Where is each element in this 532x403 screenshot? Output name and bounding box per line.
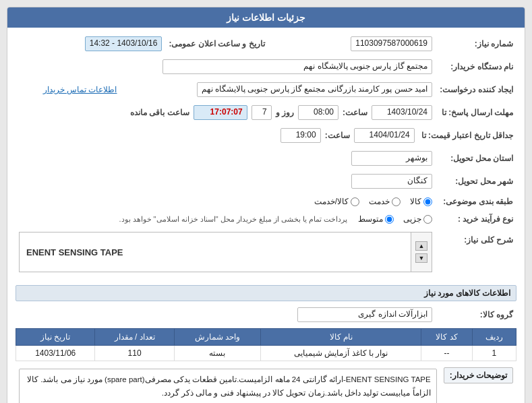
ostan-value: بوشهر <box>16 149 436 168</box>
ettelaat-kalaha-title: اطلاعات کالاهای مورد نیاز <box>16 285 516 301</box>
col-kod: کد کالا <box>421 329 472 346</box>
cell-kod: -- <box>421 346 472 361</box>
group-kala-value: ابزارآلات اندازه گیری <box>16 305 436 324</box>
radio-kala-input[interactable] <box>423 197 432 206</box>
jadaval-sahat-label-static: ساعت: <box>325 131 350 140</box>
mohlat-rooz-box: 7 <box>252 105 272 120</box>
info-table-3: ایجاد کننده درخواست: امید حسن پور کارمند… <box>16 80 516 99</box>
tape-arrows: ▲ ▼ <box>411 232 432 272</box>
shomara-niaz-box: 1103097587000619 <box>351 36 432 51</box>
sharh-koli-label: شرح کلی نیاز: <box>436 230 516 280</box>
mohlat-flex: 1403/10/24 ساعت: 08:00 روز و 7 17:07:07 … <box>19 105 432 120</box>
tarikh-label: تاریخ و ساعت اعلان عمومی: <box>165 34 278 53</box>
mohlat-sahat-box: 08:00 <box>298 105 338 120</box>
noe-farayand-flex: جزیی متوسط پرداخت تمام یا بخشی از مبلغ خ… <box>19 214 432 224</box>
tape-text: ENENT SENSING TAPE <box>20 232 411 272</box>
radio-motovaset-label: متوسط <box>358 214 383 224</box>
info-table-group: گروه کالا: ابزارآلات اندازه گیری <box>16 305 516 324</box>
col-tedad: تعداد / مقدار <box>95 329 174 346</box>
page-wrapper: جزئیات اطلاعات نیاز شماره نیاز: 11030975… <box>0 0 532 403</box>
tape-container: ▲ ▼ ENENT SENSING TAPE <box>19 232 432 272</box>
sharh-koli-box-cell: ▲ ▼ ENENT SENSING TAPE <box>16 230 436 280</box>
tabaqe-radios: کالا خدمت کالا/خدمت <box>16 195 436 208</box>
cell-radif: 1 <box>472 346 516 361</box>
radio-kala-khadamat-label: کالا/خدمت <box>314 197 349 206</box>
mohlat-ersal-label: مهلت ارسال پاسخ: تا <box>436 103 516 122</box>
radio-motovaset-input[interactable] <box>385 215 394 224</box>
info-table-8: طبقه بندی موضوعی: کالا خدمت <box>16 195 516 208</box>
info-table-7: شهر محل تحویل: کنگان <box>16 172 516 191</box>
radio-kala[interactable]: کالا <box>410 197 432 206</box>
col-tarikh: تاریخ نیاز <box>16 329 95 346</box>
group-kala-box: ابزارآلات اندازه گیری <box>297 307 432 322</box>
nam-dastgah-label: نام دستگاه خریدار: <box>436 57 516 76</box>
jadaval-date-box: 1404/01/24 <box>354 128 415 143</box>
info-table-9: نوع فرآیند خرید : جزیی متوسط <box>16 212 516 226</box>
shahr-value: کنگان <box>16 172 436 191</box>
cell-tedad: 110 <box>95 346 174 361</box>
main-card: جزئیات اطلاعات نیاز شماره نیاز: 11030975… <box>7 7 525 403</box>
shomara-niaz-value: 1103097587000619 <box>278 34 436 53</box>
radio-jozi-label: جزیی <box>403 214 421 224</box>
ettelaat-tamas-cell: اطلاعات تماس خریدار <box>16 80 123 99</box>
nam-dastgah-box: مجتمع گاز پارس جنوبی پالایشگاه نهم <box>162 59 432 74</box>
ostan-box: بوشهر <box>351 151 432 166</box>
arrow-up-btn[interactable]: ▲ <box>415 241 427 251</box>
noe-farayand-radio-group: جزیی متوسط <box>358 214 432 224</box>
radio-khadamat-input[interactable] <box>392 197 401 206</box>
noe-farayand-label: نوع فرآیند خرید : <box>436 212 516 226</box>
info-table-5: جداقل تاریخ اعتبار قیمت: تا 1404/01/24 س… <box>16 126 516 145</box>
mohlat-sahat-mande-box: 17:07:07 <box>194 105 247 120</box>
mohlat-date-box: 1403/10/24 <box>372 105 432 120</box>
kala-table: ردیف کد کالا نام کالا واحد شمارش تعداد /… <box>16 328 516 361</box>
info-table-1: شماره نیاز: 1103097587000619 تاریخ و ساع… <box>16 34 516 53</box>
shahr-box: کنگان <box>351 174 432 189</box>
radio-kala-khadamat[interactable]: کالا/خدمت <box>314 197 359 206</box>
info-table-4: مهلت ارسال پاسخ: تا 1403/10/24 ساعت: 08:… <box>16 103 516 122</box>
ostan-label: استان محل تحویل: <box>436 149 516 168</box>
radio-kala-label: کالا <box>410 197 421 206</box>
col-nam: نام کالا <box>261 329 421 346</box>
noe-farayand-note: پرداخت تمام یا بخشی از مبلغ خریدار محل "… <box>119 215 347 224</box>
tabaqe-radio-group: کالا خدمت کالا/خدمت <box>19 197 432 206</box>
radio-jozi[interactable]: جزیی <box>403 214 432 224</box>
radio-khadamat[interactable]: خدمت <box>369 197 401 206</box>
card-header: جزئیات اطلاعات نیاز <box>7 7 525 28</box>
ijad-label: ایجاد کننده درخواست: <box>436 80 516 99</box>
arrow-down-btn[interactable]: ▼ <box>415 253 427 263</box>
cell-vahed: بسته <box>174 346 260 361</box>
ettelaat-tamas-link[interactable]: اطلاعات تماس خریدار <box>43 85 117 94</box>
jadaval-row: 1404/01/24 ساعت: 19:00 <box>16 126 418 145</box>
mohlat-row: 1403/10/24 ساعت: 08:00 روز و 7 17:07:07 … <box>16 103 436 122</box>
info-table-sharh: شرح کلی نیاز: ▲ ▼ ENENT SENSING TAPE <box>16 230 516 280</box>
cell-nam: نوار با کاغذ آزمایش شیمیایی <box>261 346 421 361</box>
noe-farayand-row: جزیی متوسط پرداخت تمام یا بخشی از مبلغ خ… <box>16 212 436 226</box>
card-body: شماره نیاز: 1103097587000619 تاریخ و ساع… <box>7 28 525 403</box>
group-kala-label: گروه کالا: <box>436 305 516 324</box>
nam-dastgah-value: مجتمع گاز پارس جنوبی پالایشگاه نهم <box>16 57 436 76</box>
radio-motovaset[interactable]: متوسط <box>358 214 394 224</box>
shahr-label: شهر محل تحویل: <box>436 172 516 191</box>
cell-tarikh: 1403/11/06 <box>16 346 95 361</box>
radio-khadamat-label: خدمت <box>369 197 390 206</box>
jadaval-label: جداقل تاریخ اعتبار قیمت: تا <box>418 126 516 145</box>
col-radif: ردیف <box>472 329 516 346</box>
tarikh-box: 1403/10/16 - 14:32 <box>85 36 162 51</box>
tozih-box: ENENT SENSING TAPE-ارائه گارانتی 24 ماهه… <box>19 369 437 403</box>
info-table-tozih: توضیحات خریدار: ENENT SENSING TAPE-ارائه… <box>16 367 516 403</box>
radio-kala-khadamat-input[interactable] <box>351 197 359 206</box>
shomara-niaz-label: شماره نیاز: <box>436 34 516 53</box>
tabaqe-label: طبقه بندی موضوعی: <box>436 195 516 208</box>
jadaval-flex: 1404/01/24 ساعت: 19:00 <box>19 128 415 143</box>
mohlat-sahat-label-static: ساعت: <box>343 108 367 117</box>
ijad-value: امید حسن پور کارمند بازرگانی مجتمع گاز پ… <box>123 80 436 99</box>
ijad-box: امید حسن پور کارمند بازرگانی مجتمع گاز پ… <box>197 82 432 97</box>
col-vahed: واحد شمارش <box>174 329 260 346</box>
tozih-label: توضیحات خریدار: <box>444 367 513 383</box>
radio-jozi-input[interactable] <box>423 215 432 224</box>
info-table-6: استان محل تحویل: بوشهر <box>16 149 516 168</box>
jadaval-sahat-box: 19:00 <box>280 128 321 143</box>
info-table-2: نام دستگاه خریدار: مجتمع گاز پارس جنوبی … <box>16 57 516 76</box>
page-title: جزئیات اطلاعات نیاز <box>227 12 305 23</box>
mohlat-rooz-label-static: روز و <box>276 108 294 117</box>
